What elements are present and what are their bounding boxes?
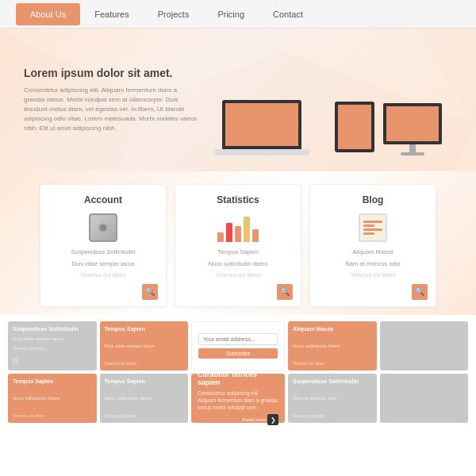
subscribe-button[interactable]: Subscribe	[198, 348, 278, 359]
orange-wide-cell: Curabitur ultrices sapien Consectetur ad…	[191, 374, 285, 423]
statistics-search-button[interactable]: 🔍	[277, 284, 293, 300]
features-section: Account Suspendisse Sollicitudin Duis vi…	[0, 171, 476, 315]
tablet-device	[332, 102, 376, 152]
read-more-label: Read more	[242, 417, 266, 422]
blog-search: 🔍	[318, 284, 428, 300]
bar-1	[217, 232, 224, 242]
hero-text: Lorem ipsum dolor sit amet. Consectetur …	[24, 67, 198, 133]
account-search-button[interactable]: 🔍	[142, 284, 158, 300]
bar-2	[226, 223, 232, 242]
arrow-button[interactable]: ❯	[267, 414, 278, 425]
cell-2-sub: Vivamus dui libero	[105, 361, 184, 366]
safe-icon	[87, 212, 119, 244]
blog-line-3	[363, 228, 382, 231]
feature-card-blog: Blog Aliquam Massa Nam at rhoncus odio V…	[309, 184, 436, 307]
grid-cell-1: Suspendisse Sollicitudin Duis vitae semp…	[8, 321, 97, 370]
orange-wide-text: Consectetur adipiscing elit. Aliquam fer…	[198, 390, 278, 411]
blog-sub2: Vivamus dui libero	[318, 271, 428, 279]
nav-item-pricing[interactable]: Pricing	[203, 3, 259, 25]
cell-6-title: Tempus Sapien	[13, 378, 92, 384]
cursor-icon: ⧉	[13, 356, 92, 366]
statistics-search: 🔍	[183, 284, 293, 300]
grid-cell-4: Aliquam Massa Nunc sollicitudin libero V…	[288, 321, 377, 370]
subscribe-cell: Subscribe	[191, 321, 285, 370]
orange-wide-title: Curabitur ultrices sapien	[198, 370, 278, 386]
laptop-device	[214, 100, 309, 155]
statistics-sub1: Nunc sollicitudin libero	[183, 260, 293, 269]
grid-cell-2: Tempus Sapien Duis vitae semper lacus Vi…	[100, 321, 189, 370]
statistics-title: Statistics	[183, 194, 293, 205]
cell-4-text: Nunc sollicitudin libero	[293, 344, 372, 348]
cell-9-sub: Vivamus dui libero	[293, 413, 372, 418]
hero-devices	[198, 44, 452, 155]
cell-4-title: Aliquam Massa	[293, 326, 372, 332]
laptop-screen	[222, 100, 301, 149]
monitor-stand	[409, 144, 416, 152]
safe-dial	[98, 223, 108, 232]
grid-cell-6: Tempus Sapien Nunc sollicitudin libero V…	[8, 374, 97, 423]
hero-body: Consectetur adipiscing elit. Aliquam fer…	[24, 86, 198, 133]
monitor-screen	[383, 103, 442, 144]
cell-6-sub: Vivamus dui libero	[13, 413, 92, 418]
email-input[interactable]	[198, 333, 278, 345]
bar-4	[244, 217, 250, 242]
grid-cell-7: Tempus Sapien Nunc sollicitudin libero V…	[100, 374, 189, 423]
cell-2-text: Duis vitae semper lacus	[105, 344, 184, 348]
bar-5	[252, 229, 259, 242]
navigation: About Us Features Projects Pricing Conta…	[0, 0, 476, 29]
cell-4-sub: Vivamus dui libero	[293, 361, 372, 366]
hero-section: Lorem ipsum dolor sit amet. Consectetur …	[0, 29, 476, 171]
bottom-grid: Suspendisse Sollicitudin Duis vitae semp…	[0, 315, 476, 429]
blog-line-2	[363, 225, 374, 227]
account-desc: Suspendisse Sollicitudin	[48, 248, 158, 257]
blog-sub1: Nam at rhoncus odio	[318, 260, 428, 269]
account-title: Account	[48, 194, 158, 205]
blog-search-button[interactable]: 🔍	[412, 284, 428, 300]
cell-6-text: Nunc sollicitudin libero	[13, 396, 92, 401]
cell-7-text: Nunc sollicitudin libero	[105, 396, 184, 401]
nav-item-projects[interactable]: Projects	[144, 3, 204, 25]
statistics-desc: Tempus Sapien	[183, 248, 293, 257]
blog-desc: Aliquam Massa	[318, 248, 428, 257]
barchart-icon	[222, 212, 254, 244]
monitor-foot	[401, 152, 424, 155]
blog-line-4	[363, 232, 374, 235]
account-sub2: Vivamus dui libero	[48, 271, 158, 279]
cell-7-sub: Vivamus dui libero	[105, 413, 184, 418]
cell-7-title: Tempus Sapien	[105, 378, 184, 384]
cell-2-title: Tempus Sapien	[105, 326, 184, 332]
nav-item-about[interactable]: About Us	[16, 3, 80, 25]
nav-item-features[interactable]: Features	[80, 3, 143, 25]
blog-icon	[357, 212, 389, 244]
cell-9-text: Nam at rhoncus odio	[293, 396, 372, 401]
nav-item-contact[interactable]: Contact	[259, 3, 317, 25]
monitor-device	[381, 103, 444, 155]
blog-line-1	[363, 221, 382, 223]
cell-1-text: Duis vitae semper lacus	[13, 336, 92, 341]
cell-9-title: Suspendisse Sollicitudin	[293, 378, 372, 384]
statistics-sub2: Vivamus dui libero	[183, 271, 293, 279]
hero-title: Lorem ipsum dolor sit amet.	[24, 67, 198, 79]
account-search: 🔍	[48, 284, 158, 300]
grid-cell-5	[380, 321, 469, 370]
account-sub1: Duis vitae semper lacus	[48, 260, 158, 269]
feature-card-statistics: Statistics Tempus Sapien Nunc sollicitud…	[175, 184, 301, 307]
tablet-screen	[335, 102, 374, 152]
feature-card-account: Account Suspendisse Sollicitudin Duis vi…	[40, 184, 167, 307]
cell-1-sub: Vivamus dui libero	[13, 346, 92, 351]
blog-title: Blog	[318, 194, 428, 205]
grid-cell-10	[380, 374, 469, 423]
bar-3	[235, 226, 241, 242]
laptop-base	[214, 149, 309, 155]
cell-1-title: Suspendisse Sollicitudin	[13, 326, 92, 332]
bar-chart-visual	[217, 213, 259, 242]
read-more-container: Read more ❯	[198, 414, 278, 425]
grid-cell-9: Suspendisse Sollicitudin Nam at rhoncus …	[288, 374, 377, 423]
